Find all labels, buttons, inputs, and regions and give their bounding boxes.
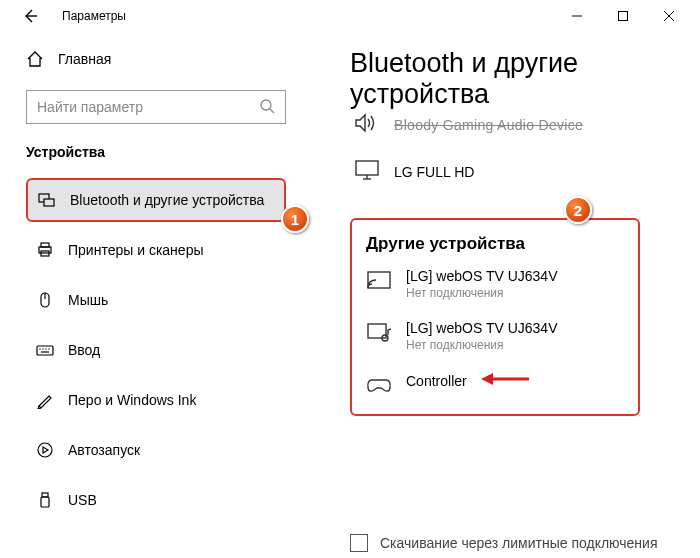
autoplay-icon xyxy=(36,441,54,459)
svg-rect-8 xyxy=(44,199,54,206)
device-monitor[interactable]: LG FULL HD xyxy=(350,159,684,184)
other-devices-section: Другие устройства [LG] webOS TV UJ634V Н… xyxy=(350,218,640,416)
sidebar-item-label: Ввод xyxy=(68,342,100,358)
sidebar-item-label: USB xyxy=(68,492,97,508)
maximize-button[interactable] xyxy=(600,1,646,31)
sidebar: Главная Найти параметр Устройства Blueto… xyxy=(0,32,312,558)
device-audio-name: Bloody Gaming Audio Device xyxy=(394,117,583,133)
svg-point-5 xyxy=(261,100,271,110)
svg-rect-10 xyxy=(41,243,49,247)
search-input[interactable]: Найти параметр xyxy=(26,90,286,124)
monitor-icon xyxy=(354,159,380,184)
checkbox[interactable] xyxy=(350,534,368,552)
sidebar-item-label: Мышь xyxy=(68,292,108,308)
sidebar-item-autoplay[interactable]: Автозапуск xyxy=(26,428,286,472)
svg-marker-30 xyxy=(481,373,493,385)
sidebar-item-label: Принтеры и сканеры xyxy=(68,242,203,258)
sidebar-item-usb[interactable]: USB xyxy=(26,478,286,522)
media-device-icon xyxy=(366,320,392,344)
svg-point-17 xyxy=(45,348,46,349)
search-icon xyxy=(259,98,275,117)
device-monitor-name: LG FULL HD xyxy=(394,164,474,180)
svg-point-16 xyxy=(42,348,43,349)
keyboard-icon xyxy=(36,341,54,359)
metered-download-label: Скачивание через лимитные подключения xyxy=(380,535,657,551)
device-status: Нет подключения xyxy=(406,286,557,300)
sidebar-item-pen[interactable]: Перо и Windows Ink xyxy=(26,378,286,422)
annotation-badge-2: 2 xyxy=(564,196,592,224)
sidebar-item-label: Перо и Windows Ink xyxy=(68,392,196,408)
pen-icon xyxy=(36,391,54,409)
annotation-badge-1: 1 xyxy=(281,205,309,233)
device-row-controller[interactable]: Controller xyxy=(366,372,624,396)
device-name: [LG] webOS TV UJ634V xyxy=(406,320,557,336)
svg-point-18 xyxy=(48,348,49,349)
sidebar-home[interactable]: Главная xyxy=(26,40,312,78)
sidebar-item-bluetooth[interactable]: Bluetooth и другие устройства xyxy=(26,178,286,222)
sidebar-item-printers[interactable]: Принтеры и сканеры xyxy=(26,228,286,272)
svg-rect-14 xyxy=(37,346,53,355)
device-audio[interactable]: Bloody Gaming Audio Device xyxy=(350,112,684,137)
close-button[interactable] xyxy=(646,1,692,31)
device-row[interactable]: [LG] webOS TV UJ634V Нет подключения xyxy=(366,320,624,352)
maximize-icon xyxy=(617,10,629,22)
sidebar-item-label: Автозапуск xyxy=(68,442,140,458)
speaker-icon xyxy=(354,112,380,137)
svg-rect-21 xyxy=(42,493,48,497)
svg-rect-22 xyxy=(41,497,49,507)
svg-point-20 xyxy=(38,443,52,457)
sidebar-item-typing[interactable]: Ввод xyxy=(26,328,286,372)
home-icon xyxy=(26,50,44,68)
minimize-icon xyxy=(571,10,583,22)
window-controls xyxy=(554,1,692,31)
svg-rect-2 xyxy=(619,12,628,21)
svg-line-6 xyxy=(270,109,274,113)
usb-icon xyxy=(36,491,54,509)
cast-icon xyxy=(366,268,392,292)
arrow-left-icon xyxy=(22,8,38,24)
titlebar: Параметры xyxy=(0,0,700,32)
section-title: Другие устройства xyxy=(366,234,624,254)
sidebar-section-title: Устройства xyxy=(26,144,312,160)
bluetooth-devices-icon xyxy=(38,191,56,209)
back-button[interactable] xyxy=(16,4,44,28)
search-placeholder: Найти параметр xyxy=(37,99,143,115)
page-title: Bluetooth и другие устройства xyxy=(350,48,684,110)
main-panel: Bluetooth и другие устройства Bloody Gam… xyxy=(312,32,700,558)
svg-point-15 xyxy=(39,348,40,349)
sidebar-item-mouse[interactable]: Мышь xyxy=(26,278,286,322)
annotation-arrow-icon xyxy=(481,372,531,389)
device-row[interactable]: [LG] webOS TV UJ634V Нет подключения xyxy=(366,268,624,300)
device-name: [LG] webOS TV UJ634V xyxy=(406,268,557,284)
sidebar-home-label: Главная xyxy=(58,51,111,67)
printer-icon xyxy=(36,241,54,259)
svg-rect-26 xyxy=(368,272,390,288)
minimize-button[interactable] xyxy=(554,1,600,31)
mouse-icon xyxy=(36,291,54,309)
window-title: Параметры xyxy=(62,9,126,23)
gamepad-icon xyxy=(366,372,392,396)
svg-rect-23 xyxy=(356,161,378,175)
metered-download-row[interactable]: Скачивание через лимитные подключения xyxy=(350,534,657,552)
device-status: Нет подключения xyxy=(406,338,557,352)
sidebar-item-label: Bluetooth и другие устройства xyxy=(70,192,264,208)
device-name: Controller xyxy=(406,373,467,389)
close-icon xyxy=(663,10,675,22)
